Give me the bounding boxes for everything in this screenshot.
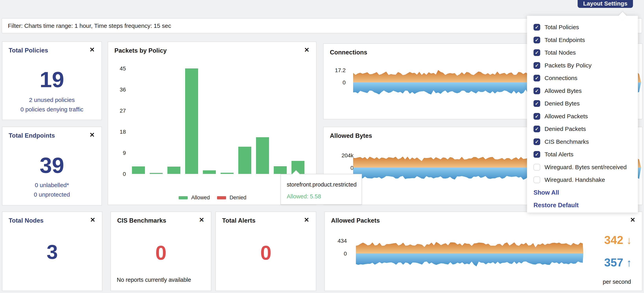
tooltip-policy-name: storefront.product.restricted xyxy=(287,181,357,188)
layout-settings-menu: ✓Total Policies✓Total Endpoints✓Total No… xyxy=(527,16,638,212)
arrow-down-icon: ↓ xyxy=(626,234,632,246)
legend-allowed-label: Allowed xyxy=(191,195,210,201)
packets-down-stat: 342 ↓ xyxy=(604,233,632,246)
menu-item-label: CIS Benchmarks xyxy=(544,138,589,145)
checked-checkbox-icon[interactable]: ✓ xyxy=(534,126,540,132)
card-total-policies: Total Policies ✕ 19 2 unused policies 0 … xyxy=(2,41,102,120)
layout-menu-item-connections[interactable]: ✓Connections xyxy=(527,72,638,85)
total-endpoints-value: 39 xyxy=(2,153,102,178)
cis-benchmarks-title: CIS Benchmarks xyxy=(117,217,166,224)
checked-checkbox-icon[interactable]: ✓ xyxy=(534,24,540,31)
total-alerts-value: 0 xyxy=(216,241,316,264)
close-icon[interactable]: ✕ xyxy=(90,132,95,138)
close-icon[interactable]: ✕ xyxy=(304,217,309,223)
checked-checkbox-icon[interactable]: ✓ xyxy=(534,151,540,158)
menu-item-label: Allowed Packets xyxy=(544,113,588,120)
allowed-bar[interactable] xyxy=(132,166,145,174)
chart-tooltip: storefront.product.restricted Allowed: 5… xyxy=(280,174,362,205)
restore-default-link[interactable]: Restore Default xyxy=(527,199,638,212)
allowed-bar[interactable] xyxy=(256,137,269,174)
layout-menu-item-denied-bytes[interactable]: ✓Denied Bytes xyxy=(527,97,638,110)
card-total-nodes: Total Nodes ✕ 3 xyxy=(2,212,102,291)
show-all-link[interactable]: Show All xyxy=(527,186,638,199)
checked-checkbox-icon[interactable]: ✓ xyxy=(534,37,540,43)
bar-y-tick-label: 9 xyxy=(110,150,126,156)
card-cis-benchmarks: CIS Benchmarks ✕ 0 No reports currently … xyxy=(110,212,211,291)
unchecked-checkbox-icon[interactable] xyxy=(534,176,540,183)
checked-checkbox-icon[interactable]: ✓ xyxy=(534,100,540,107)
unchecked-checkbox-icon[interactable] xyxy=(534,164,540,171)
total-policies-line1: 2 unused policies xyxy=(2,97,102,103)
dropdown-caret-icon xyxy=(618,12,627,20)
menu-item-label: Packets By Policy xyxy=(544,62,592,69)
menu-item-label: Total Endpoints xyxy=(544,37,585,43)
layout-settings-checkbox-list: ✓Total Policies✓Total Endpoints✓Total No… xyxy=(527,21,638,186)
legend-denied: Denied xyxy=(217,195,246,201)
menu-item-label: Denied Bytes xyxy=(544,100,580,107)
allowed-bar[interactable] xyxy=(238,147,251,174)
arrow-up-icon: ↑ xyxy=(626,257,632,268)
legend-allowed: Allowed xyxy=(179,195,210,201)
total-policies-line2: 0 policies denying traffic xyxy=(2,106,102,113)
packets-up-stat: 357 ↑ xyxy=(604,256,632,269)
total-policies-value: 19 xyxy=(2,67,102,92)
card-allowed-packets: Allowed Packets ✕ 434 0 342 ↓ 357 ↑ per … xyxy=(324,212,642,291)
allowed-bar[interactable] xyxy=(203,170,216,174)
layout-menu-item-total-alerts[interactable]: ✓Total Alerts xyxy=(527,148,638,161)
bar-y-tick-label: 0 xyxy=(110,171,126,177)
allowed-bar[interactable] xyxy=(168,167,180,174)
total-policies-title: Total Policies xyxy=(9,47,48,54)
layout-menu-item-cis-benchmarks[interactable]: ✓CIS Benchmarks xyxy=(527,135,638,148)
close-icon[interactable]: ✕ xyxy=(199,217,204,223)
menu-item-label: Wireguard. Handshake xyxy=(544,176,605,183)
menu-item-label: Total Alerts xyxy=(544,151,574,158)
bar-y-tick-label: 27 xyxy=(110,108,126,114)
total-endpoints-title: Total Endpoints xyxy=(9,132,55,139)
layout-menu-item-allowed-packets[interactable]: ✓Allowed Packets xyxy=(527,110,638,123)
bar-y-tick-label: 45 xyxy=(110,66,126,72)
layout-settings-button[interactable]: Layout Settings xyxy=(578,0,633,8)
bar-y-tick-label: 18 xyxy=(110,129,126,135)
checked-checkbox-icon[interactable]: ✓ xyxy=(534,75,540,81)
menu-item-label: Wireguard. Bytes sent/received xyxy=(544,164,627,171)
cis-benchmarks-note: No reports currently available xyxy=(117,277,191,283)
layout-menu-item-packets-by-policy[interactable]: ✓Packets By Policy xyxy=(527,59,638,72)
filter-bar-text: Filter: Charts time range: 1 hour, Time … xyxy=(8,23,171,29)
allowed-bar[interactable] xyxy=(274,166,287,174)
layout-menu-item-denied-packets[interactable]: ✓Denied Packets xyxy=(527,123,638,135)
checked-checkbox-icon[interactable]: ✓ xyxy=(534,49,540,56)
allowed-bar[interactable] xyxy=(150,173,163,174)
checked-checkbox-icon[interactable]: ✓ xyxy=(534,138,540,145)
layout-menu-item-total-policies[interactable]: ✓Total Policies xyxy=(527,21,638,34)
card-total-endpoints: Total Endpoints ✕ 39 0 unlabelled* 0 unp… xyxy=(2,127,102,205)
total-endpoints-line2: 0 unprotected xyxy=(2,191,102,198)
cis-benchmarks-value: 0 xyxy=(111,241,211,264)
checked-checkbox-icon[interactable]: ✓ xyxy=(534,113,540,120)
layout-menu-item-allowed-bytes[interactable]: ✓Allowed Bytes xyxy=(527,85,638,97)
checked-checkbox-icon[interactable]: ✓ xyxy=(534,88,540,94)
allowed-bar[interactable] xyxy=(220,173,234,174)
denied-swatch-icon xyxy=(217,196,226,199)
per-second-label: per second xyxy=(603,278,631,285)
tooltip-allowed-value: Allowed: 5.58 xyxy=(287,193,321,200)
layout-menu-item-total-nodes[interactable]: ✓Total Nodes xyxy=(527,46,638,59)
menu-item-label: Denied Packets xyxy=(544,126,586,132)
legend-denied-label: Denied xyxy=(230,195,246,201)
layout-menu-item-wireguard-bytes-sent-received[interactable]: Wireguard. Bytes sent/received xyxy=(527,161,638,174)
close-icon[interactable]: ✕ xyxy=(90,47,95,53)
total-alerts-title: Total Alerts xyxy=(222,217,256,224)
menu-item-label: Total Policies xyxy=(544,24,579,31)
card-total-alerts: Total Alerts ✕ 0 xyxy=(216,212,316,291)
allowed-bar[interactable] xyxy=(185,68,198,174)
layout-menu-item-total-endpoints[interactable]: ✓Total Endpoints xyxy=(527,34,638,47)
layout-menu-item-wireguard-handshake[interactable]: Wireguard. Handshake xyxy=(527,173,638,186)
allowed-packets-stream-chart xyxy=(325,212,600,291)
close-icon[interactable]: ✕ xyxy=(630,217,635,223)
dashboard-page: Layout Settings Filter: Charts time rang… xyxy=(0,0,644,293)
bar-y-tick-label: 36 xyxy=(110,87,126,93)
allowed-swatch-icon xyxy=(179,196,188,199)
chart-legend: Allowed Denied xyxy=(179,195,246,201)
close-icon[interactable]: ✕ xyxy=(90,217,95,223)
checked-checkbox-icon[interactable]: ✓ xyxy=(534,62,540,69)
menu-item-label: Allowed Bytes xyxy=(544,88,582,94)
